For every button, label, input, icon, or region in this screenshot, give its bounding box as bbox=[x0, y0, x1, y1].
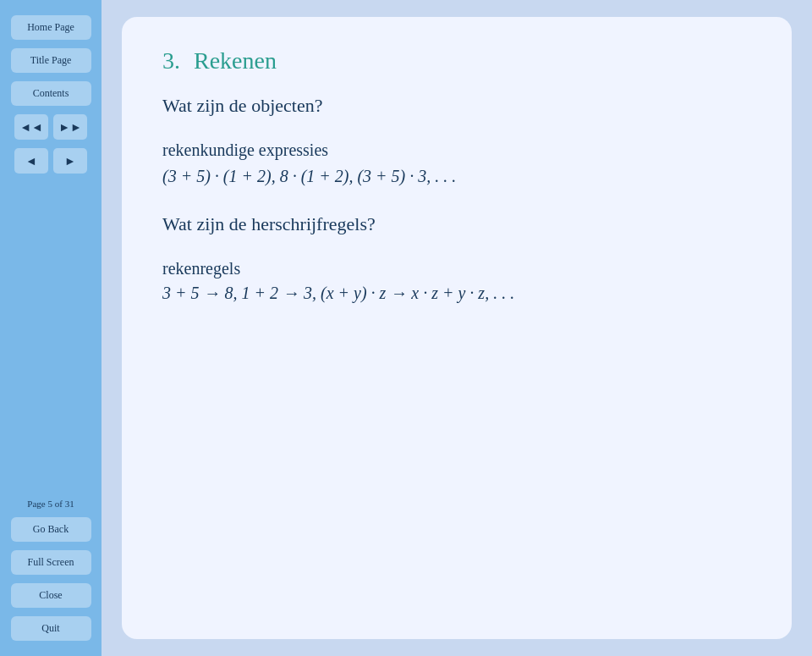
section-title: 3.Rekenen bbox=[162, 47, 751, 74]
home-page-button[interactable]: Home Page bbox=[11, 15, 91, 40]
title-page-button[interactable]: Title Page bbox=[11, 48, 91, 73]
page-info: Page 5 of 31 bbox=[27, 499, 74, 509]
label1: rekenkundige expressies bbox=[162, 141, 751, 160]
section-title-text: Rekenen bbox=[194, 47, 277, 74]
quit-button[interactable]: Quit bbox=[11, 616, 91, 641]
question1: Wat zijn de objecten? bbox=[162, 95, 751, 117]
prev-button[interactable]: ◄ bbox=[14, 148, 48, 174]
math1: (3 + 5) · (1 + 2), 8 · (1 + 2), (3 + 5) … bbox=[162, 167, 751, 186]
single-nav-group: ◄ ► bbox=[11, 148, 91, 174]
content-card: 3.Rekenen Wat zijn de objecten? rekenkun… bbox=[122, 17, 792, 639]
contents-button[interactable]: Contents bbox=[11, 81, 91, 106]
content-block-2: rekenregels 3 + 5 → 8, 1 + 2 → 3, (x + y… bbox=[162, 259, 751, 303]
section-number: 3. bbox=[162, 47, 180, 74]
sidebar: Home Page Title Page Contents ◄◄ ►► ◄ ► … bbox=[0, 0, 102, 656]
content-block-1: rekenkundige expressies (3 + 5) · (1 + 2… bbox=[162, 141, 751, 186]
full-screen-button[interactable]: Full Screen bbox=[11, 550, 91, 575]
next-button[interactable]: ► bbox=[53, 148, 87, 174]
next-next-button[interactable]: ►► bbox=[53, 114, 87, 140]
question2: Wat zijn de herschrijfregels? bbox=[162, 213, 751, 235]
math2: 3 + 5 → 8, 1 + 2 → 3, (x + y) · z → x · … bbox=[162, 284, 751, 303]
main-content: 3.Rekenen Wat zijn de objecten? rekenkun… bbox=[102, 0, 812, 656]
label2: rekenregels bbox=[162, 259, 751, 278]
double-nav-group: ◄◄ ►► bbox=[11, 114, 91, 140]
go-back-button[interactable]: Go Back bbox=[11, 517, 91, 542]
close-button[interactable]: Close bbox=[11, 583, 91, 608]
prev-prev-button[interactable]: ◄◄ bbox=[14, 114, 48, 140]
